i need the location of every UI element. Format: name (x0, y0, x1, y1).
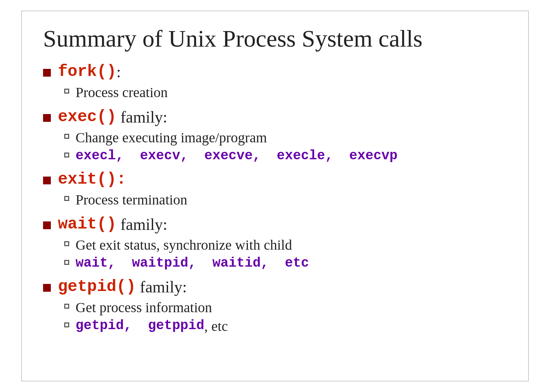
sub-bullet-exit-1 (64, 196, 69, 201)
exec-change-image: Change executing image/program (76, 129, 267, 146)
fork-code: fork() (58, 63, 116, 81)
getpid-label: getpid() family: (43, 278, 507, 296)
fork-process-creation: Process creation (76, 84, 168, 101)
list-item-exit: exit(): Process termination (43, 170, 507, 208)
bullet-square-fork (43, 69, 51, 77)
exec-label: exec() family: (43, 108, 507, 126)
fork-sub-item-1: Process creation (64, 84, 507, 101)
wait-sub-item-2: wait, waitpid, waitid, etc (64, 255, 507, 271)
exec-variants: execl, execv, execve, execle, execvp (76, 148, 397, 163)
exit-sub-list: Process termination (64, 191, 507, 208)
slide-title: Summary of Unix Process System calls (43, 25, 507, 52)
sub-bullet-wait-1 (64, 241, 69, 246)
fork-label: fork(): (43, 63, 507, 81)
list-item-exec: exec() family: Change executing image/pr… (43, 108, 507, 163)
sub-bullet-fork-1 (64, 89, 69, 94)
list-item-getpid: getpid() family: Get process information… (43, 278, 507, 334)
wait-exit-status: Get exit status, synchronize with child (76, 237, 292, 253)
bullet-square-wait (43, 221, 51, 229)
exec-code: exec() (58, 108, 116, 126)
wait-label: wait() family: (43, 215, 507, 234)
sub-bullet-getpid-2 (64, 322, 69, 327)
exit-termination: Process termination (76, 191, 187, 208)
wait-code: wait() (58, 215, 116, 233)
fork-sub-list: Process creation (64, 84, 507, 101)
getpid-sub-list: Get process information getpid, getppid,… (64, 299, 507, 334)
exit-label: exit(): (43, 170, 507, 189)
getpid-etc: , etc (204, 318, 228, 334)
exit-sub-item-1: Process termination (64, 191, 507, 208)
list-item-wait: wait() family: Get exit status, synchron… (43, 215, 507, 271)
wait-sub-list: Get exit status, synchronize with child … (64, 237, 507, 271)
fork-colon: : (116, 63, 121, 81)
getpid-code: getpid() (58, 278, 136, 296)
sub-bullet-wait-2 (64, 260, 69, 265)
getpid-sub-item-2: getpid, getppid, etc (64, 318, 507, 334)
wait-suffix: family: (116, 215, 167, 234)
main-list: fork(): Process creation exec() family: … (43, 63, 507, 334)
exec-sub-list: Change executing image/program execl, ex… (64, 129, 507, 163)
bullet-square-exit (43, 177, 51, 184)
bullet-square-exec (43, 114, 51, 122)
list-item-fork: fork(): Process creation (43, 63, 507, 101)
exec-sub-item-1: Change executing image/program (64, 129, 507, 146)
wait-variants: wait, waitpid, waitid, etc (76, 255, 309, 271)
sub-bullet-getpid-1 (64, 304, 69, 309)
exit-code: exit(): (58, 170, 126, 189)
exec-suffix: family: (116, 108, 167, 126)
exec-sub-item-2: execl, execv, execve, execle, execvp (64, 148, 507, 163)
sub-bullet-exec-1 (64, 134, 69, 139)
sub-bullet-exec-2 (64, 153, 69, 158)
getpid-suffix: family: (136, 278, 187, 296)
getpid-variants: getpid, getppid (76, 318, 204, 333)
getpid-info: Get process information (76, 299, 212, 316)
wait-sub-item-1: Get exit status, synchronize with child (64, 237, 507, 253)
getpid-sub-item-1: Get process information (64, 299, 507, 316)
bullet-square-getpid (43, 284, 51, 292)
slide-container: Summary of Unix Process System calls for… (21, 11, 529, 381)
